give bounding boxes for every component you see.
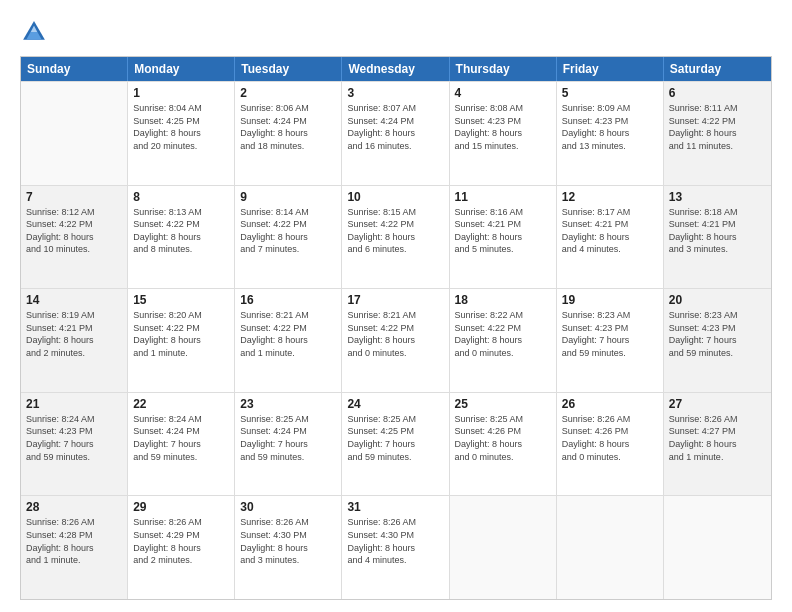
day-cell: 9Sunrise: 8:14 AMSunset: 4:22 PMDaylight… [235, 186, 342, 289]
empty-cell [664, 496, 771, 599]
day-cell: 18Sunrise: 8:22 AMSunset: 4:22 PMDayligh… [450, 289, 557, 392]
day-cell: 6Sunrise: 8:11 AMSunset: 4:22 PMDaylight… [664, 82, 771, 185]
logo [20, 18, 50, 46]
day-cell: 17Sunrise: 8:21 AMSunset: 4:22 PMDayligh… [342, 289, 449, 392]
day-number: 13 [669, 190, 766, 204]
day-info: Sunrise: 8:07 AMSunset: 4:24 PMDaylight:… [347, 102, 443, 152]
day-info: Sunrise: 8:18 AMSunset: 4:21 PMDaylight:… [669, 206, 766, 256]
day-info: Sunrise: 8:12 AMSunset: 4:22 PMDaylight:… [26, 206, 122, 256]
day-number: 25 [455, 397, 551, 411]
day-number: 29 [133, 500, 229, 514]
day-cell: 13Sunrise: 8:18 AMSunset: 4:21 PMDayligh… [664, 186, 771, 289]
day-cell: 23Sunrise: 8:25 AMSunset: 4:24 PMDayligh… [235, 393, 342, 496]
day-cell: 14Sunrise: 8:19 AMSunset: 4:21 PMDayligh… [21, 289, 128, 392]
day-info: Sunrise: 8:26 AMSunset: 4:27 PMDaylight:… [669, 413, 766, 463]
calendar: SundayMondayTuesdayWednesdayThursdayFrid… [20, 56, 772, 600]
day-cell: 4Sunrise: 8:08 AMSunset: 4:23 PMDaylight… [450, 82, 557, 185]
day-info: Sunrise: 8:26 AMSunset: 4:28 PMDaylight:… [26, 516, 122, 566]
day-info: Sunrise: 8:25 AMSunset: 4:25 PMDaylight:… [347, 413, 443, 463]
day-cell: 26Sunrise: 8:26 AMSunset: 4:26 PMDayligh… [557, 393, 664, 496]
calendar-header: SundayMondayTuesdayWednesdayThursdayFrid… [21, 57, 771, 81]
day-cell: 24Sunrise: 8:25 AMSunset: 4:25 PMDayligh… [342, 393, 449, 496]
day-number: 30 [240, 500, 336, 514]
day-number: 7 [26, 190, 122, 204]
day-number: 15 [133, 293, 229, 307]
calendar-row: 1Sunrise: 8:04 AMSunset: 4:25 PMDaylight… [21, 81, 771, 185]
day-number: 26 [562, 397, 658, 411]
weekday-header: Thursday [450, 57, 557, 81]
weekday-header: Saturday [664, 57, 771, 81]
day-info: Sunrise: 8:13 AMSunset: 4:22 PMDaylight:… [133, 206, 229, 256]
day-number: 28 [26, 500, 122, 514]
weekday-header: Friday [557, 57, 664, 81]
empty-cell [557, 496, 664, 599]
day-info: Sunrise: 8:24 AMSunset: 4:23 PMDaylight:… [26, 413, 122, 463]
day-number: 18 [455, 293, 551, 307]
weekday-header: Wednesday [342, 57, 449, 81]
day-number: 5 [562, 86, 658, 100]
day-info: Sunrise: 8:26 AMSunset: 4:26 PMDaylight:… [562, 413, 658, 463]
day-cell: 5Sunrise: 8:09 AMSunset: 4:23 PMDaylight… [557, 82, 664, 185]
day-cell: 7Sunrise: 8:12 AMSunset: 4:22 PMDaylight… [21, 186, 128, 289]
day-number: 27 [669, 397, 766, 411]
day-cell: 16Sunrise: 8:21 AMSunset: 4:22 PMDayligh… [235, 289, 342, 392]
day-number: 24 [347, 397, 443, 411]
day-number: 9 [240, 190, 336, 204]
day-info: Sunrise: 8:23 AMSunset: 4:23 PMDaylight:… [562, 309, 658, 359]
day-number: 20 [669, 293, 766, 307]
day-number: 22 [133, 397, 229, 411]
day-number: 10 [347, 190, 443, 204]
header [20, 18, 772, 46]
day-cell: 31Sunrise: 8:26 AMSunset: 4:30 PMDayligh… [342, 496, 449, 599]
weekday-header: Sunday [21, 57, 128, 81]
day-info: Sunrise: 8:14 AMSunset: 4:22 PMDaylight:… [240, 206, 336, 256]
day-cell: 29Sunrise: 8:26 AMSunset: 4:29 PMDayligh… [128, 496, 235, 599]
day-info: Sunrise: 8:25 AMSunset: 4:24 PMDaylight:… [240, 413, 336, 463]
day-number: 17 [347, 293, 443, 307]
day-info: Sunrise: 8:23 AMSunset: 4:23 PMDaylight:… [669, 309, 766, 359]
day-cell: 30Sunrise: 8:26 AMSunset: 4:30 PMDayligh… [235, 496, 342, 599]
day-info: Sunrise: 8:24 AMSunset: 4:24 PMDaylight:… [133, 413, 229, 463]
day-info: Sunrise: 8:26 AMSunset: 4:30 PMDaylight:… [347, 516, 443, 566]
day-info: Sunrise: 8:08 AMSunset: 4:23 PMDaylight:… [455, 102, 551, 152]
logo-icon [20, 18, 48, 46]
weekday-header: Monday [128, 57, 235, 81]
day-cell: 12Sunrise: 8:17 AMSunset: 4:21 PMDayligh… [557, 186, 664, 289]
day-number: 16 [240, 293, 336, 307]
day-info: Sunrise: 8:19 AMSunset: 4:21 PMDaylight:… [26, 309, 122, 359]
day-number: 19 [562, 293, 658, 307]
weekday-header: Tuesday [235, 57, 342, 81]
day-cell: 2Sunrise: 8:06 AMSunset: 4:24 PMDaylight… [235, 82, 342, 185]
calendar-row: 28Sunrise: 8:26 AMSunset: 4:28 PMDayligh… [21, 495, 771, 599]
day-cell: 22Sunrise: 8:24 AMSunset: 4:24 PMDayligh… [128, 393, 235, 496]
day-number: 14 [26, 293, 122, 307]
day-info: Sunrise: 8:26 AMSunset: 4:29 PMDaylight:… [133, 516, 229, 566]
page: SundayMondayTuesdayWednesdayThursdayFrid… [0, 0, 792, 612]
day-info: Sunrise: 8:06 AMSunset: 4:24 PMDaylight:… [240, 102, 336, 152]
day-cell: 21Sunrise: 8:24 AMSunset: 4:23 PMDayligh… [21, 393, 128, 496]
day-number: 23 [240, 397, 336, 411]
day-info: Sunrise: 8:11 AMSunset: 4:22 PMDaylight:… [669, 102, 766, 152]
day-info: Sunrise: 8:16 AMSunset: 4:21 PMDaylight:… [455, 206, 551, 256]
day-number: 12 [562, 190, 658, 204]
day-cell: 28Sunrise: 8:26 AMSunset: 4:28 PMDayligh… [21, 496, 128, 599]
day-cell: 15Sunrise: 8:20 AMSunset: 4:22 PMDayligh… [128, 289, 235, 392]
day-number: 11 [455, 190, 551, 204]
day-info: Sunrise: 8:21 AMSunset: 4:22 PMDaylight:… [240, 309, 336, 359]
day-number: 8 [133, 190, 229, 204]
empty-cell [21, 82, 128, 185]
day-info: Sunrise: 8:04 AMSunset: 4:25 PMDaylight:… [133, 102, 229, 152]
day-info: Sunrise: 8:26 AMSunset: 4:30 PMDaylight:… [240, 516, 336, 566]
day-cell: 1Sunrise: 8:04 AMSunset: 4:25 PMDaylight… [128, 82, 235, 185]
day-number: 3 [347, 86, 443, 100]
day-info: Sunrise: 8:09 AMSunset: 4:23 PMDaylight:… [562, 102, 658, 152]
day-cell: 8Sunrise: 8:13 AMSunset: 4:22 PMDaylight… [128, 186, 235, 289]
calendar-row: 21Sunrise: 8:24 AMSunset: 4:23 PMDayligh… [21, 392, 771, 496]
day-info: Sunrise: 8:22 AMSunset: 4:22 PMDaylight:… [455, 309, 551, 359]
calendar-row: 14Sunrise: 8:19 AMSunset: 4:21 PMDayligh… [21, 288, 771, 392]
day-cell: 25Sunrise: 8:25 AMSunset: 4:26 PMDayligh… [450, 393, 557, 496]
day-number: 2 [240, 86, 336, 100]
day-number: 31 [347, 500, 443, 514]
calendar-body: 1Sunrise: 8:04 AMSunset: 4:25 PMDaylight… [21, 81, 771, 599]
day-info: Sunrise: 8:20 AMSunset: 4:22 PMDaylight:… [133, 309, 229, 359]
